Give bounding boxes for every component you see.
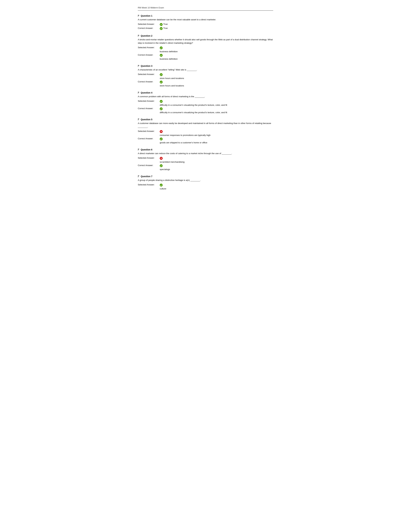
- question-title-row-2: Question 2: [138, 35, 273, 37]
- correct-answer-content-2: [160, 54, 163, 57]
- question-title-3: Question 3: [141, 65, 152, 67]
- svg-rect-6: [138, 92, 138, 94]
- question-block-5: Question 5A customer database can more e…: [138, 118, 273, 144]
- svg-rect-8: [138, 118, 138, 120]
- correct-icon: [160, 100, 163, 103]
- question-block-3: Question 3A characteristic of an excelle…: [138, 65, 273, 87]
- correct-icon: [160, 184, 163, 187]
- selected-answer-label-7: Selected Answer:: [138, 183, 159, 186]
- question-title-4: Question 4: [141, 91, 152, 94]
- selected-answer-indented-7: culture: [160, 188, 273, 190]
- flag-icon: [138, 15, 140, 17]
- correct-answer-row-4: Correct Answer:: [138, 107, 273, 110]
- question-block-6: Question 6A direct marketer can reduce t…: [138, 148, 273, 171]
- question-block-1: Question 1A current customer database ca…: [138, 15, 273, 30]
- correct-answer-label-3: Correct Answer:: [138, 80, 159, 83]
- question-block-4: Question 4A common problem with all form…: [138, 91, 273, 114]
- question-text-3: A characteristic of an excellent "tellin…: [138, 68, 273, 71]
- selected-answer-text-1: True: [163, 23, 168, 25]
- selected-answer-label-5: Selected Answer:: [138, 130, 159, 132]
- correct-answer-row-3: Correct Answer:: [138, 80, 273, 84]
- page-header: RM Week 10 Midterm Exam: [138, 6, 273, 11]
- correct-answer-indented-6: specialogs: [160, 168, 273, 171]
- question-title-2: Question 2: [141, 35, 152, 37]
- correct-icon: [160, 27, 163, 30]
- selected-answer-label-1: Selected Answer:: [138, 23, 159, 25]
- svg-rect-10: [138, 149, 138, 151]
- correct-icon: [160, 54, 163, 57]
- correct-answer-indented-4: difficulty in a consumer's visualizing t…: [160, 111, 273, 114]
- selected-answer-content-5: [160, 130, 163, 133]
- flag-icon: [138, 35, 140, 37]
- correct-answer-row-6: Correct Answer:: [138, 164, 273, 167]
- selected-answer-row-2: Selected Answer:: [138, 46, 273, 49]
- selected-answer-content-4: [160, 100, 163, 103]
- question-title-1: Question 1: [141, 15, 152, 17]
- selected-answer-content-6: [160, 157, 163, 160]
- correct-answer-label-5: Correct Answer:: [138, 137, 159, 140]
- question-block-7: Question 7A group of people sharing a di…: [138, 175, 273, 190]
- correct-icon: [160, 81, 163, 84]
- correct-answer-content-3: [160, 80, 163, 84]
- flag-icon: [138, 92, 140, 94]
- selected-answer-row-7: Selected Answer:: [138, 183, 273, 187]
- question-title-row-4: Question 4: [138, 91, 273, 94]
- correct-icon: [160, 107, 163, 110]
- correct-answer-content-1: True: [160, 27, 168, 30]
- question-title-row-3: Question 3: [138, 65, 273, 67]
- svg-marker-13: [138, 175, 140, 176]
- correct-icon: [160, 23, 163, 26]
- question-title-row-1: Question 1: [138, 15, 273, 17]
- question-title-6: Question 6: [141, 148, 152, 151]
- selected-answer-content-7: [160, 183, 163, 187]
- selected-answer-row-5: Selected Answer:: [138, 130, 273, 133]
- flag-icon: [138, 175, 140, 178]
- correct-answer-label-2: Correct Answer:: [138, 54, 159, 56]
- correct-icon: [160, 138, 163, 140]
- question-text-4: A common problem with all forms of direc…: [138, 95, 273, 98]
- question-text-5: A customer database can more easily be d…: [138, 122, 273, 128]
- selected-answer-row-6: Selected Answer:: [138, 157, 273, 160]
- selected-answer-content-2: [160, 46, 163, 49]
- question-text-6: A direct marketer can reduce the costs o…: [138, 152, 273, 155]
- correct-answer-row-1: Correct Answer:True: [138, 27, 273, 30]
- exam-title: RM Week 10 Midterm Exam: [138, 6, 164, 9]
- question-text-2: A bricks-and-mortar retailer questions w…: [138, 38, 273, 45]
- questions-container: Question 1A current customer database ca…: [138, 15, 273, 190]
- question-title-row-6: Question 6: [138, 148, 273, 151]
- correct-answer-indented-2: business definition: [160, 58, 273, 60]
- svg-rect-12: [138, 175, 138, 177]
- selected-answer-indented-5: consumer responses to promotions are typ…: [160, 134, 273, 136]
- correct-answer-label-1: Correct Answer:: [138, 27, 159, 29]
- question-title-row-5: Question 5: [138, 118, 273, 121]
- flag-icon: [138, 149, 140, 151]
- selected-answer-label-6: Selected Answer:: [138, 157, 159, 159]
- correct-answer-row-2: Correct Answer:: [138, 54, 273, 57]
- wrong-icon: [160, 130, 163, 133]
- correct-answer-indented-5: goods are shipped to a customer's home o…: [160, 141, 273, 144]
- svg-marker-3: [138, 35, 140, 36]
- selected-answer-indented-3: store hours and locations: [160, 77, 273, 79]
- correct-answer-label-4: Correct Answer:: [138, 107, 159, 110]
- correct-icon: [160, 47, 163, 49]
- correct-answer-content-4: [160, 107, 163, 110]
- correct-answer-label-6: Correct Answer:: [138, 164, 159, 167]
- svg-marker-11: [138, 149, 140, 150]
- selected-answer-indented-2: business definition: [160, 50, 273, 53]
- correct-answer-text-1: True: [163, 27, 168, 29]
- question-title-5: Question 5: [141, 118, 152, 121]
- selected-answer-label-3: Selected Answer:: [138, 73, 159, 76]
- correct-answer-indented-3: store hours and locations: [160, 85, 273, 87]
- correct-answer-content-5: [160, 137, 163, 140]
- svg-marker-7: [138, 92, 140, 93]
- question-title-7: Question 7: [141, 175, 152, 178]
- selected-answer-content-1: True: [160, 23, 168, 26]
- correct-answer-row-5: Correct Answer:: [138, 137, 273, 140]
- question-block-2: Question 2A bricks-and-mortar retailer q…: [138, 35, 273, 60]
- svg-marker-5: [138, 65, 140, 66]
- correct-answer-content-6: [160, 164, 163, 167]
- selected-answer-row-3: Selected Answer:: [138, 73, 273, 76]
- selected-answer-label-2: Selected Answer:: [138, 46, 159, 49]
- question-text-1: A current customer database can be the m…: [138, 18, 273, 21]
- flag-icon: [138, 65, 140, 67]
